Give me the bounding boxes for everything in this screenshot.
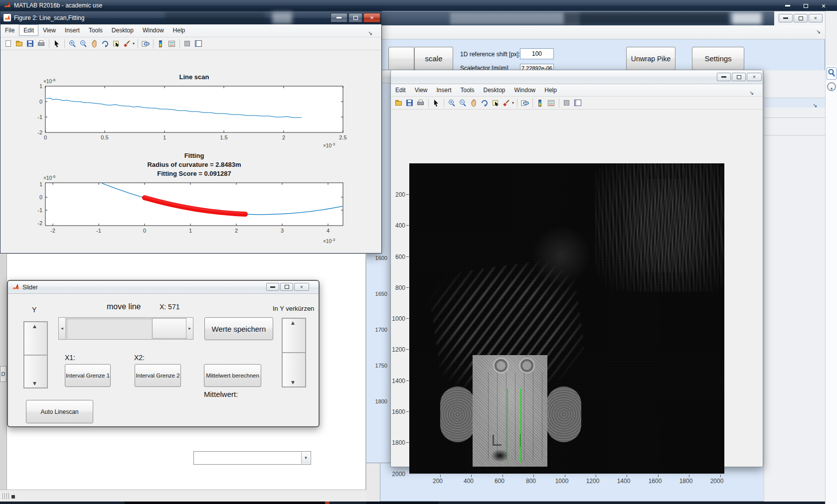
menu-edit[interactable]: Edit [19,24,38,36]
menu-edit[interactable]: Edit [391,84,410,96]
linescan-marker-line[interactable] [520,388,521,462]
scale-button[interactable]: scale [414,47,453,70]
new-figure-icon[interactable] [4,39,13,48]
legend-icon[interactable] [167,39,176,48]
menu-view[interactable]: View [38,24,60,36]
mittelwert-berechnen-button[interactable]: Mittelwert berechnen [204,364,261,387]
dock-icon[interactable]: ↘ [816,28,821,35]
save-icon[interactable] [26,39,35,48]
taskbar-sliver[interactable] [0,502,837,504]
rf-maximize-button[interactable] [732,73,746,81]
hide-plot-tools-icon[interactable] [183,39,192,48]
rf-close-button[interactable]: × [747,73,762,81]
expand-button[interactable]: ▾ [827,82,836,91]
menu-insert[interactable]: Insert [60,24,84,36]
brush-caret-icon[interactable]: ▾ [133,41,135,46]
datacursor-icon[interactable] [491,99,500,108]
settings-button[interactable]: Settings [692,47,744,70]
open-icon[interactable] [15,39,24,48]
menu-window[interactable]: Window [138,24,168,36]
figure2-canvas[interactable]: Line scan ×10-6 1 0 -1 -2 0 0.5 1 1.5 2 … [0,50,381,253]
menu-help[interactable]: Help [168,24,190,36]
colorbar-icon[interactable] [536,99,545,108]
zoom-in-icon[interactable] [447,99,456,108]
shorten-slider[interactable]: ▲ ▼ [282,318,306,387]
save-icon[interactable] [405,99,414,108]
partial-button[interactable] [388,47,414,70]
rotate-icon[interactable] [101,39,110,48]
y-slider[interactable]: ▲ ▼ [23,321,48,388]
brush-icon[interactable] [123,39,132,48]
fig2-close-button[interactable]: × [363,13,380,22]
minimize-button[interactable] [779,1,796,10]
fig2-minimize-button[interactable] [331,13,347,22]
brush-caret-icon[interactable]: ▾ [512,101,514,105]
slider-close-button[interactable]: × [294,283,309,291]
y-slider-down[interactable]: ▼ [24,355,47,388]
cursor-icon[interactable] [52,39,61,48]
fig2-maximize-button[interactable] [348,13,362,22]
menu-insert[interactable]: Insert [432,84,456,96]
menu-desktop[interactable]: Desktop [107,24,138,36]
rf-minimize-button[interactable] [717,73,731,81]
gui-minimize-button[interactable] [779,14,793,22]
slider-thumb[interactable] [152,318,186,339]
dock-icon[interactable]: ↘ [363,27,377,38]
open-icon[interactable] [394,99,403,108]
interval-grenze-2-button[interactable]: Interval Grenze 2 [135,364,181,387]
colorbar-icon[interactable] [157,39,166,48]
gui-close-button[interactable]: × [809,14,823,22]
menu-help[interactable]: Help [540,84,561,96]
pan-icon[interactable] [469,99,478,108]
wafer-image[interactable] [409,163,724,474]
shorten-slider-down[interactable]: ▼ [282,353,306,387]
move-line-slider[interactable]: ◂ ▸ [58,317,193,340]
zoom-out-icon[interactable] [458,99,467,108]
brush-icon[interactable] [502,99,511,108]
maximize-button[interactable] [797,1,814,10]
slider-titlebar[interactable]: Slider × [8,281,319,294]
menu-tools[interactable]: Tools [84,24,107,36]
hide-plot-tools-icon[interactable] [562,99,571,108]
menu-window[interactable]: Window [510,84,540,96]
cursor-icon[interactable] [432,99,441,108]
slider-trough[interactable] [66,318,152,339]
combobox-arrow-button[interactable]: ▾ [301,452,310,464]
ref-shift-input[interactable]: 100 [520,48,554,59]
interval-grenze-1-button[interactable]: Interval Grenze 1 [65,364,111,387]
print-icon[interactable] [37,39,46,48]
close-button[interactable]: × [815,1,832,10]
unwrap-pike-button[interactable]: Unwrap Pike [626,47,675,70]
right-figure-titlebar[interactable] [391,70,763,84]
link-plot-icon[interactable] [141,39,150,48]
figure2-titlebar[interactable]: Figure 2: Line_scan,Fitting [0,11,381,24]
menu-desktop[interactable]: Desktop [479,84,510,96]
grip-icon[interactable] [2,493,9,499]
print-icon[interactable] [416,99,425,108]
zoom-in-icon[interactable] [68,39,77,48]
linescan-marker-line[interactable] [507,388,508,462]
show-plot-tools-icon[interactable] [194,39,203,48]
slider-minimize-button[interactable] [266,283,279,291]
gui-maximize-button[interactable] [794,14,808,22]
shorten-slider-up[interactable]: ▲ [282,318,306,353]
background-combobox[interactable]: ▾ [193,451,311,465]
y-slider-up[interactable]: ▲ [24,322,47,355]
menu-view[interactable]: View [410,84,432,96]
pan-icon[interactable] [90,39,99,48]
slider-maximize-button[interactable] [280,283,293,291]
datacursor-icon[interactable] [112,39,121,48]
menu-file[interactable]: File [0,24,19,36]
zoom-out-icon[interactable] [79,39,88,48]
werte-speichern-button[interactable]: Werte speichern [204,317,273,340]
slider-left-arrow[interactable]: ◂ [59,318,66,339]
show-plot-tools-icon[interactable] [573,99,582,108]
auto-linescan-button[interactable]: Auto Linescan [26,400,93,423]
link-plot-icon[interactable] [520,99,529,108]
legend-icon[interactable] [547,99,556,108]
dock-tab[interactable]: D [0,366,6,382]
slider-right-arrow[interactable]: ▸ [186,318,193,339]
rotate-icon[interactable] [480,99,489,108]
menu-tools[interactable]: Tools [456,84,479,96]
search-button[interactable] [827,67,837,80]
